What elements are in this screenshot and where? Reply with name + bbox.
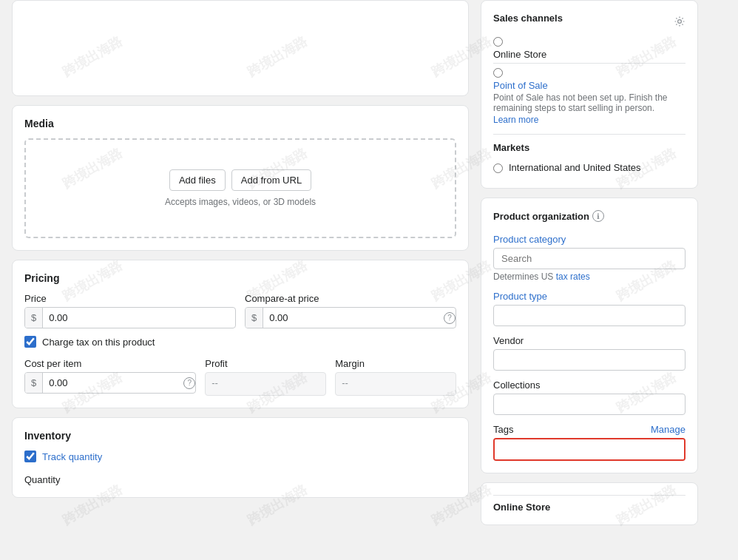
cost-per-item-group: Cost per item $ ? <box>24 358 196 396</box>
tags-input[interactable] <box>495 439 684 459</box>
inventory-title: Inventory <box>24 430 456 442</box>
product-org-info-icon[interactable]: ℹ <box>592 210 604 222</box>
product-type-group: Product type <box>493 291 685 326</box>
tags-group: Tags Manage <box>493 424 685 461</box>
pos-description: Point of Sale has not been set up. Finis… <box>493 92 685 113</box>
tags-manage-link[interactable]: Manage <box>651 424 685 435</box>
vendor-label: Vendor <box>493 335 685 346</box>
pos-channel: Point of Sale Point of Sale has not been… <box>493 67 685 125</box>
cost-input[interactable] <box>43 373 179 393</box>
cost-currency: $ <box>25 373 43 393</box>
collections-group: Collections <box>493 379 685 415</box>
collections-input[interactable] <box>493 394 685 415</box>
media-title: Media <box>24 118 456 129</box>
market-item: International and United States <box>493 159 685 176</box>
online-store-channel: Online Store <box>493 36 685 60</box>
profit-label: Profit <box>205 358 326 369</box>
price-input[interactable] <box>43 308 235 328</box>
pricing-title: Pricing <box>24 272 456 284</box>
pos-radio[interactable] <box>493 68 503 78</box>
margin-value: -- <box>335 372 456 396</box>
product-org-title: Product organization <box>493 211 589 222</box>
description-card <box>12 0 469 96</box>
tags-row: Tags Manage <box>493 424 685 435</box>
svg-point-0 <box>678 19 682 23</box>
vendor-group: Vendor <box>493 335 685 371</box>
online-store-name: Online Store <box>493 49 685 60</box>
markets-divider <box>493 134 685 135</box>
product-org-card: Product organization ℹ Product category … <box>481 198 698 473</box>
sales-channels-card: Sales channels Online Store Point of Sal… <box>481 0 698 189</box>
channel-divider <box>493 63 685 64</box>
right-panel: Sales channels Online Store Point of Sal… <box>481 0 710 560</box>
compare-price-input[interactable] <box>263 308 439 328</box>
vendor-input[interactable] <box>493 349 685 371</box>
charge-tax-row: Charge tax on this product <box>24 336 456 348</box>
settings-icon[interactable] <box>674 16 685 27</box>
price-field-group: Price $ <box>24 293 236 328</box>
markets-title: Markets <box>493 142 685 153</box>
price-currency: $ <box>25 308 43 328</box>
profit-group: Profit -- <box>205 358 326 396</box>
online-store-radio[interactable] <box>493 37 503 47</box>
cost-help-icon[interactable]: ? <box>183 377 195 389</box>
pos-name: Point of Sale <box>493 80 685 91</box>
track-quantity-checkbox[interactable] <box>24 451 36 462</box>
track-quantity-row: Track quantity <box>24 451 456 462</box>
profit-value: -- <box>205 372 326 396</box>
compare-currency: $ <box>246 308 263 328</box>
compare-price-field-group: Compare-at price $ ? <box>245 293 456 328</box>
cost-grid: Cost per item $ ? Profit -- Margin -- <box>24 358 456 396</box>
market-radio[interactable] <box>493 163 503 173</box>
online-store-card: Online Store <box>481 482 698 525</box>
track-quantity-label: Track quantity <box>42 451 102 462</box>
media-dropzone[interactable]: Add files Add from URL Accepts images, v… <box>24 138 456 238</box>
tags-label: Tags <box>493 424 513 435</box>
product-category-label: Product category <box>493 234 685 245</box>
add-from-url-button[interactable]: Add from URL <box>231 169 311 191</box>
compare-help-icon[interactable]: ? <box>444 312 456 324</box>
collections-label: Collections <box>493 379 685 391</box>
charge-tax-label: Charge tax on this product <box>42 337 155 348</box>
inventory-card: Inventory Track quantity Quantity <box>12 417 469 498</box>
product-type-input[interactable] <box>493 305 685 326</box>
cost-input-wrap: $ ? <box>24 372 196 394</box>
margin-label: Margin <box>335 358 456 369</box>
margin-group: Margin -- <box>335 358 456 396</box>
media-hint: Accepts images, videos, or 3D models <box>41 197 440 207</box>
product-category-input[interactable] <box>493 248 685 269</box>
quantity-label: Quantity <box>24 474 456 485</box>
price-input-wrap: $ <box>24 307 236 328</box>
learn-more-link[interactable]: Learn more <box>493 115 538 125</box>
price-label: Price <box>24 293 236 304</box>
add-files-button[interactable]: Add files <box>169 169 226 191</box>
market-name: International and United States <box>509 162 641 173</box>
tags-input-wrap <box>493 438 685 461</box>
cost-label: Cost per item <box>24 358 196 369</box>
online-store-title: Online Store <box>493 495 685 513</box>
charge-tax-checkbox[interactable] <box>24 336 36 348</box>
product-category-group: Product category Determines US tax rates <box>493 234 685 282</box>
media-card: Media Add files Add from URL Accepts ima… <box>12 105 469 251</box>
compare-price-input-wrap: $ ? <box>245 307 456 328</box>
pricing-card: Pricing Price $ Compare-at price $ ? Ch <box>12 260 469 408</box>
determines-hint: Determines US tax rates <box>493 271 685 282</box>
sales-channels-title: Sales channels <box>493 13 563 24</box>
compare-price-label: Compare-at price <box>245 293 456 304</box>
tax-rates-link[interactable]: tax rates <box>556 271 590 282</box>
left-panel: Media Add files Add from URL Accepts ima… <box>0 0 481 560</box>
product-type-label: Product type <box>493 291 685 302</box>
